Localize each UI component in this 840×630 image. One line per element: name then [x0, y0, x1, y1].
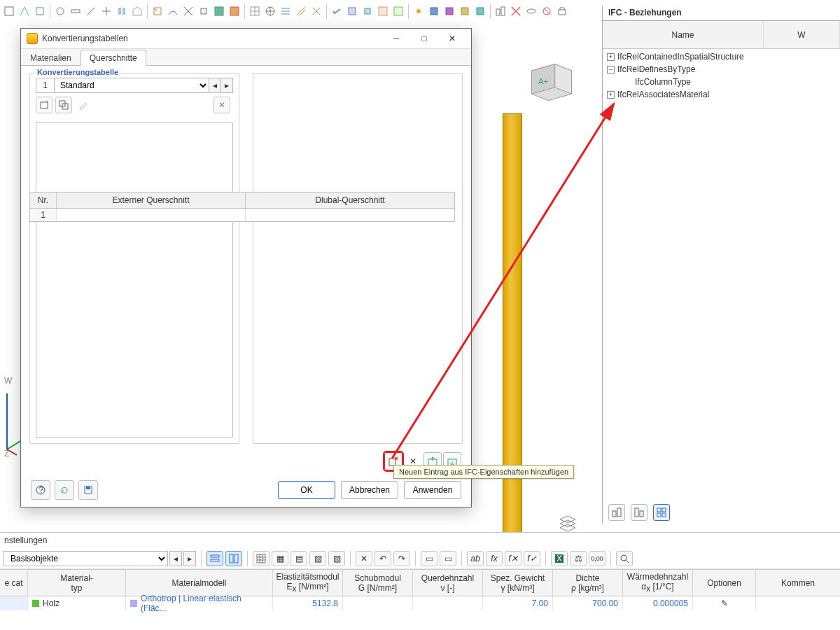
col-model[interactable]: Materialmodell [126, 570, 273, 596]
grid-head-ext[interactable]: Externer Querschnitt [57, 192, 246, 208]
tb-icon[interactable] [181, 4, 196, 19]
tb-icon[interactable] [150, 4, 165, 19]
grid-insert-row[interactable]: ▦ [272, 551, 288, 566]
tb-icon[interactable] [1, 4, 17, 19]
tb-icon[interactable] [247, 4, 262, 19]
tb-icon[interactable] [52, 4, 68, 19]
settings-combo[interactable]: Basisobjekte [3, 551, 168, 566]
ifc-node[interactable]: IfcRelDefinesByType [617, 64, 695, 74]
ifc-tab-3[interactable] [653, 504, 670, 521]
tb-icon[interactable] [130, 4, 145, 19]
save-default-button[interactable] [78, 480, 98, 500]
tb-icon[interactable] [309, 4, 324, 19]
ok-button[interactable]: OK [278, 481, 335, 499]
tb-icon[interactable] [17, 4, 32, 19]
grid-cell-ext[interactable] [57, 209, 246, 221]
cell-nu[interactable] [413, 596, 483, 610]
col-comment[interactable]: Kommen [756, 570, 840, 596]
ifc-tab-2[interactable] [631, 504, 648, 521]
tb-icon[interactable] [524, 4, 539, 19]
tb-icon[interactable] [472, 4, 488, 19]
dialog-titlebar[interactable]: Konvertierungstabellen ─ □ ✕ [21, 29, 471, 49]
tab-materials[interactable]: Materialien [21, 50, 80, 66]
tb-icon[interactable] [539, 4, 554, 19]
tb-icon[interactable] [508, 4, 524, 19]
tb-icon[interactable] [360, 4, 375, 19]
tb-icon[interactable] [493, 4, 508, 19]
grid-cell-nr[interactable]: 1 [30, 209, 57, 221]
col-alpha[interactable]: Wärmedehnzahlαx [1/°C] [623, 570, 693, 596]
tb-icon[interactable] [375, 4, 391, 19]
cell-model[interactable]: Orthotrop | Linear elastisch (Fläc... [126, 596, 273, 610]
materials-grid[interactable]: e cat Material- typ Materialmodell Elast… [0, 569, 840, 610]
close-button[interactable]: ✕ [439, 30, 465, 47]
decimal-button[interactable]: 0,00 [589, 551, 606, 566]
grid-delete-row[interactable]: ▤ [290, 551, 307, 566]
cancel-button[interactable]: Abbrechen [341, 481, 398, 499]
tree-expander-icon[interactable]: + [607, 91, 615, 99]
new-table-button[interactable] [36, 97, 52, 113]
conversion-grid[interactable] [36, 122, 233, 438]
cell-gamma[interactable]: 7.00 [483, 596, 553, 610]
col-g[interactable]: SchubmodulG [N/mm²] [343, 570, 413, 596]
ifc-tab-1[interactable] [608, 504, 625, 521]
tb-icon[interactable] [196, 4, 211, 19]
ifc-node[interactable]: IfcColumnType [635, 77, 691, 87]
apply-button[interactable]: Anwenden [404, 481, 461, 499]
ifc-col-name[interactable]: Name [603, 21, 764, 48]
ifc-col-value[interactable]: W [764, 21, 840, 48]
grid-copy[interactable]: ▧ [309, 551, 326, 566]
col-options[interactable]: Optionen [693, 570, 756, 596]
tree-expander-icon[interactable]: − [607, 66, 615, 74]
ifc-node[interactable]: IfcRelAssociatesMaterial [617, 90, 709, 99]
tb-icon[interactable] [344, 4, 360, 19]
cell-cat[interactable] [0, 596, 28, 610]
cell-options[interactable]: ✎ [693, 596, 756, 610]
unit-button[interactable]: ⚖ [570, 551, 587, 566]
tb-icon[interactable] [426, 4, 442, 19]
col-nu[interactable]: Querdehnzahlν [-] [413, 570, 483, 596]
cell-alpha[interactable]: 0.000005 [623, 596, 693, 610]
tb-icon[interactable] [278, 4, 293, 19]
tree-expander-icon[interactable]: + [607, 53, 615, 61]
fx-clear-button[interactable]: f✕ [505, 551, 522, 566]
grid-edit-button[interactable] [253, 551, 270, 566]
tb-icon[interactable] [442, 4, 457, 19]
reset-button[interactable] [55, 480, 74, 500]
col-material-type[interactable]: Material- typ [28, 570, 126, 596]
filter-1-button[interactable] [206, 551, 223, 566]
prev-button[interactable]: ◂ [209, 78, 221, 93]
tb-icon[interactable] [99, 4, 114, 19]
tb-icon[interactable] [262, 4, 278, 19]
tb-icon[interactable] [554, 4, 570, 19]
fx-label-button[interactable]: ab [467, 551, 484, 566]
tb-icon[interactable] [83, 4, 99, 19]
rename-table-button[interactable] [75, 97, 92, 113]
ifc-tree[interactable]: + IfcRelContainedInSpatialStructure − If… [603, 49, 840, 102]
tb-icon[interactable] [211, 4, 227, 19]
tb-icon[interactable] [227, 4, 242, 19]
conversion-table-select[interactable]: Standard [54, 78, 209, 93]
copy-table-button[interactable] [55, 97, 72, 113]
col-cat[interactable]: e cat [0, 570, 28, 596]
grid-undo[interactable]: ↶ [374, 551, 391, 566]
tb-icon[interactable] [68, 4, 83, 19]
help-button[interactable]: ? [31, 480, 50, 500]
fx-eval-button[interactable]: f✓ [524, 551, 540, 566]
tb-icon[interactable] [293, 4, 309, 19]
fx-button[interactable]: fx [486, 551, 503, 566]
minimize-button[interactable]: ─ [383, 30, 410, 47]
delete-table-button[interactable]: ✕ [214, 97, 230, 113]
grid-head-dlubal[interactable]: Dlubal-Querschnitt [246, 192, 454, 208]
cell-e[interactable]: 5132.8 [273, 596, 343, 610]
next-icon[interactable]: ▸ [183, 551, 196, 566]
tb-icon[interactable] [457, 4, 472, 19]
tb-icon[interactable] [114, 4, 130, 19]
grid-cell-dlubal[interactable] [246, 209, 454, 221]
prev-icon[interactable]: ◂ [169, 551, 182, 566]
view-cube[interactable]: A+ [525, 57, 578, 106]
grid-find[interactable]: ▭ [440, 551, 456, 566]
tb-icon[interactable] [32, 4, 48, 19]
col-rho[interactable]: Dichteρ [kg/m³] [553, 570, 623, 596]
cell-material-type[interactable]: Holz [28, 596, 126, 610]
